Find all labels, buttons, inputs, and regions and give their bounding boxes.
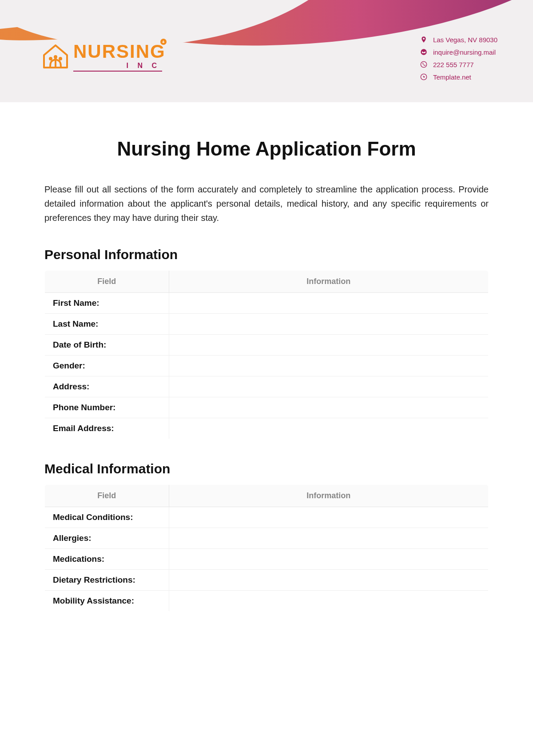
contact-website: Template.net [420,73,497,81]
email-address-field[interactable] [169,418,488,439]
table-row: Email Address: [45,418,489,439]
field-label: Email Address: [45,418,169,439]
table-row: Allergies: [45,528,489,549]
section-title-personal: Personal Information [44,247,489,262]
contact-email-text: inquire@nursing.mail [433,48,496,56]
svg-point-4 [421,61,426,67]
table-row: Dietary Restrictions: [45,570,489,591]
table-row: Gender: [45,356,489,376]
phone-icon [420,60,428,68]
cursor-icon [420,73,428,81]
table-row: Date of Birth: [45,335,489,356]
content: Nursing Home Application Form Please fil… [0,102,533,629]
page-title: Nursing Home Application Form [44,138,489,160]
header-banner: + NURSING I N C Las Vegas, NV 89030 inqu… [0,0,533,102]
contact-address: Las Vegas, NV 89030 [420,36,497,44]
field-label: Address: [45,376,169,397]
allergies-field[interactable] [169,528,488,549]
table-row: Last Name: [45,314,489,335]
logo-house-icon [42,44,69,69]
table-row: Medications: [45,549,489,570]
table-row: Address: [45,376,489,397]
logo-subtext: I N C [73,62,162,72]
contact-email: inquire@nursing.mail [420,48,497,56]
field-label: Gender: [45,356,169,376]
field-label: Dietary Restrictions: [45,570,169,591]
table-header-field: Field [45,271,169,293]
contact-block: Las Vegas, NV 89030 inquire@nursing.mail… [420,36,497,81]
table-row: Medical Conditions: [45,507,489,528]
contact-phone-text: 222 555 7777 [433,61,474,68]
contact-address-text: Las Vegas, NV 89030 [433,36,497,44]
medications-field[interactable] [169,549,488,570]
svg-point-3 [421,49,426,55]
location-icon [420,36,428,44]
address-field[interactable] [169,376,488,397]
contact-phone: 222 555 7777 [420,60,497,68]
logo-plus-icon: + [160,39,167,45]
table-row: First Name: [45,293,489,314]
field-label: Medical Conditions: [45,507,169,528]
mobility-assistance-field[interactable] [169,591,488,612]
logo: + NURSING I N C [42,42,166,72]
contact-website-text: Template.net [433,73,471,81]
field-label: Mobility Assistance: [45,591,169,612]
logo-word: NURSING [73,42,166,61]
first-name-field[interactable] [169,293,488,314]
field-label: Phone Number: [45,397,169,418]
section-title-medical: Medical Information [44,461,489,476]
medical-conditions-field[interactable] [169,507,488,528]
table-header-info: Information [169,485,488,507]
field-label: Allergies: [45,528,169,549]
gender-field[interactable] [169,356,488,376]
personal-info-table: Field Information First Name: Last Name:… [44,270,489,439]
phone-number-field[interactable] [169,397,488,418]
field-label: Medications: [45,549,169,570]
field-label: First Name: [45,293,169,314]
medical-info-table: Field Information Medical Conditions: Al… [44,484,489,612]
dob-field[interactable] [169,335,488,356]
table-row: Phone Number: [45,397,489,418]
table-row: Mobility Assistance: [45,591,489,612]
field-label: Last Name: [45,314,169,335]
dietary-restrictions-field[interactable] [169,570,488,591]
last-name-field[interactable] [169,314,488,335]
table-header-info: Information [169,271,488,293]
field-label: Date of Birth: [45,335,169,356]
table-header-field: Field [45,485,169,507]
intro-paragraph: Please fill out all sections of the form… [44,182,489,225]
mail-icon [420,48,428,56]
logo-text: + NURSING I N C [73,42,166,72]
